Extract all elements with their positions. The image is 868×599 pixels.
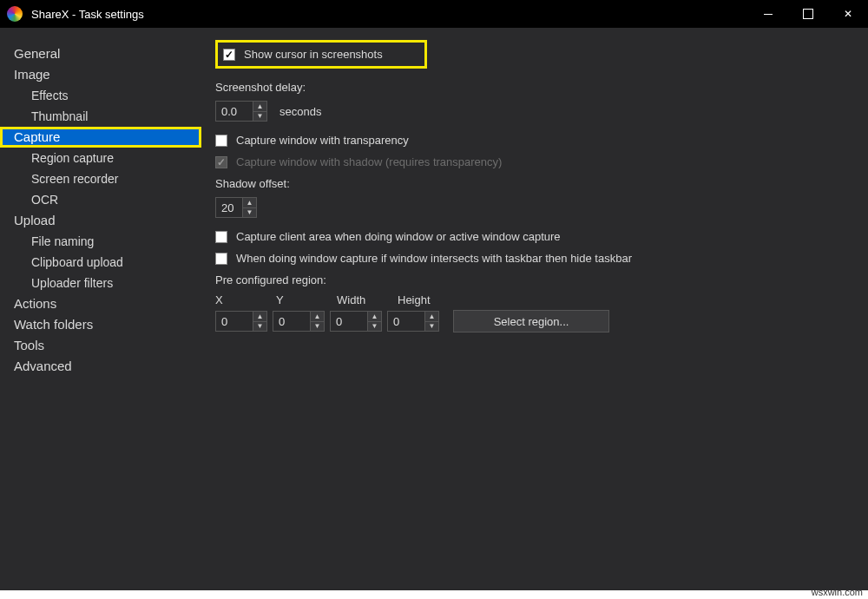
region-x-label: X	[215, 293, 276, 306]
spinner-up-icon[interactable]: ▲	[311, 312, 324, 322]
capture-shadow-label: Capture window with shadow (requires tra…	[236, 155, 502, 168]
spinner-down-icon[interactable]: ▼	[243, 208, 256, 218]
show-cursor-checkbox[interactable]	[223, 49, 235, 61]
titlebar[interactable]: ShareX - Task settings	[0, 0, 868, 28]
region-h-label: Height	[398, 293, 458, 306]
region-h-spinner[interactable]: 0▲▼	[387, 311, 439, 332]
sidebar-item-ocr[interactable]: OCR	[0, 189, 201, 210]
capture-client-area-label: Capture client area when doing window or…	[236, 230, 561, 243]
sidebar-item-actions[interactable]: Actions	[0, 293, 201, 314]
sidebar-item-uploader-filters[interactable]: Uploader filters	[0, 273, 201, 293]
select-region-button[interactable]: Select region...	[453, 310, 609, 332]
sidebar-item-file-naming[interactable]: File naming	[0, 231, 201, 252]
shadow-offset-spinner[interactable]: 20 ▲▼	[215, 197, 257, 218]
close-button[interactable]	[828, 0, 868, 28]
pre-region-label: Pre configured region:	[215, 273, 854, 286]
hide-taskbar-label: When doing window capture if window inte…	[236, 252, 632, 265]
sidebar-item-tools[interactable]: Tools	[0, 335, 201, 356]
seconds-label: seconds	[279, 105, 321, 118]
screenshot-delay-label: Screenshot delay:	[215, 81, 854, 94]
sidebar-item-effects[interactable]: Effects	[0, 85, 201, 106]
sidebar-item-thumbnail[interactable]: Thumbnail	[0, 106, 201, 127]
capture-transparency-checkbox[interactable]	[215, 135, 227, 147]
sidebar-item-general[interactable]: General	[0, 43, 201, 64]
spinner-up-icon[interactable]: ▲	[243, 198, 256, 208]
sidebar-item-clipboard-upload[interactable]: Clipboard upload	[0, 252, 201, 273]
sidebar-item-region-capture[interactable]: Region capture	[0, 148, 201, 168]
shadow-offset-label: Shadow offset:	[215, 177, 854, 190]
watermark: wsxwin.com	[812, 587, 863, 597]
window-body: General Image Effects Thumbnail Capture …	[0, 28, 868, 590]
sidebar-item-image[interactable]: Image	[0, 64, 201, 85]
spinner-down-icon[interactable]: ▼	[425, 322, 438, 332]
sidebar-item-screen-recorder[interactable]: Screen recorder	[0, 168, 201, 189]
spinner-down-icon[interactable]: ▼	[311, 322, 324, 332]
spinner-up-icon[interactable]: ▲	[253, 102, 266, 112]
sidebar-item-advanced[interactable]: Advanced	[0, 356, 201, 377]
window-title: ShareX - Task settings	[31, 8, 144, 21]
show-cursor-label: Show cursor in screenshots	[244, 48, 383, 61]
sidebar: General Image Effects Thumbnail Capture …	[0, 28, 201, 590]
sidebar-item-capture[interactable]: Capture	[0, 127, 201, 148]
capture-shadow-checkbox	[215, 156, 227, 168]
screenshot-delay-spinner[interactable]: 0.0 ▲▼	[215, 101, 267, 122]
sidebar-item-upload[interactable]: Upload	[0, 210, 201, 231]
capture-transparency-label: Capture window with transparency	[236, 134, 409, 147]
content-panel: Show cursor in screenshots Screenshot de…	[201, 28, 868, 590]
shadow-offset-value[interactable]: 20	[216, 198, 242, 217]
region-x-spinner[interactable]: 0▲▼	[215, 311, 267, 332]
maximize-button[interactable]	[788, 0, 828, 28]
spinner-down-icon[interactable]: ▼	[253, 322, 266, 332]
show-cursor-highlight: Show cursor in screenshots	[215, 40, 427, 69]
hide-taskbar-checkbox[interactable]	[215, 253, 227, 265]
minimize-button[interactable]	[748, 0, 788, 28]
app-logo-icon	[7, 6, 23, 22]
screenshot-delay-value[interactable]: 0.0	[216, 102, 253, 121]
spinner-up-icon[interactable]: ▲	[425, 312, 438, 322]
spinner-down-icon[interactable]: ▼	[253, 112, 266, 122]
region-y-spinner[interactable]: 0▲▼	[273, 311, 325, 332]
region-w-label: Width	[337, 293, 398, 306]
region-y-label: Y	[276, 293, 337, 306]
app-window: ShareX - Task settings General Image Eff…	[0, 0, 868, 590]
spinner-up-icon[interactable]: ▲	[368, 312, 381, 322]
region-w-spinner[interactable]: 0▲▼	[330, 311, 382, 332]
sidebar-item-watch-folders[interactable]: Watch folders	[0, 314, 201, 335]
spinner-down-icon[interactable]: ▼	[368, 322, 381, 332]
capture-client-area-checkbox[interactable]	[215, 231, 227, 243]
spinner-up-icon[interactable]: ▲	[253, 312, 266, 322]
